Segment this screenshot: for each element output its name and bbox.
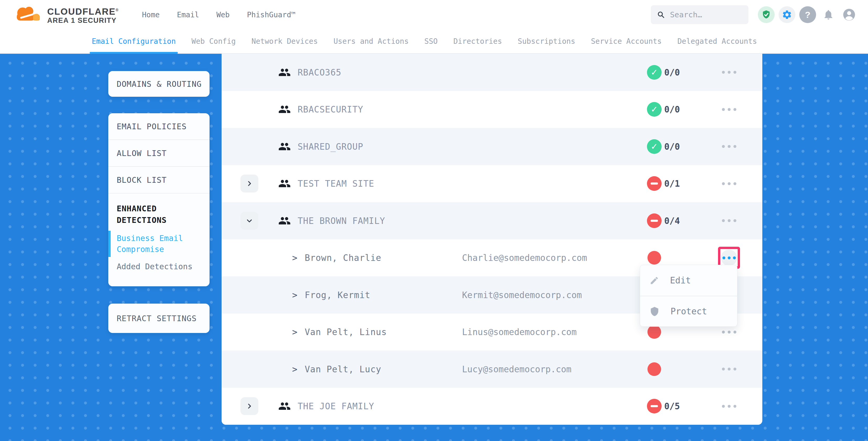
member-name: Van Pelt, Linus [305, 327, 387, 337]
shield-check-icon [761, 10, 771, 20]
shield-icon [650, 307, 659, 316]
table-row[interactable]: THE JOE FAMILY 0/5 [222, 388, 762, 425]
group-icon [278, 177, 291, 190]
sidebar-item-email-policies[interactable]: EMAIL POLICIES [108, 113, 210, 140]
member-name: Frog, Kermit [305, 290, 370, 300]
sidebar-item-enhanced-detections[interactable]: ENHANCED DETECTIONS [117, 203, 201, 226]
row-actions-button[interactable] [719, 67, 739, 77]
account-button[interactable] [841, 6, 858, 23]
group-name: SHARED_GROUP [298, 141, 363, 152]
status-dot-unprotected [647, 251, 661, 264]
table-row[interactable]: TEST TEAM SITE 0/1 [222, 165, 762, 202]
row-actions-button[interactable] [719, 104, 739, 115]
bell-icon [823, 9, 834, 21]
table-row[interactable]: RBACO365 ✓ 0/0 [222, 54, 762, 91]
group-name: THE BROWN FAMILY [298, 216, 385, 226]
menu-item-label: Edit [670, 275, 691, 286]
search-input[interactable] [670, 10, 742, 19]
row-actions-button[interactable] [719, 401, 739, 411]
protection-count: 0/1 [664, 179, 680, 189]
sidebar-label: RETRACT SETTINGS [117, 314, 197, 323]
tab-network-devices[interactable]: Network Devices [251, 29, 318, 53]
status-badge-unprotected [647, 213, 662, 228]
protection-count: 0/0 [664, 104, 680, 115]
status-badge-protected: ✓ [647, 139, 662, 154]
menu-item-edit[interactable]: Edit [640, 265, 737, 296]
expand-group-button[interactable] [241, 397, 258, 415]
sidebar-label: BLOCK LIST [117, 176, 167, 185]
sidebar-label: ALLOW LIST [117, 149, 167, 158]
pencil-icon [650, 276, 659, 285]
groups-table: RBACO365 ✓ 0/0 RBACSECURITY ✓ 0/0 SHARED… [222, 54, 762, 425]
sidebar-item-domains-routing[interactable]: DOMAINS & ROUTING [108, 71, 210, 97]
notifications-button[interactable] [820, 6, 837, 23]
group-name: TEST TEAM SITE [298, 179, 374, 189]
sidebar-label: DOMAINS & ROUTING [117, 80, 202, 89]
nav-item-web[interactable]: Web [216, 10, 230, 19]
expand-group-button[interactable] [241, 175, 258, 192]
ellipsis-icon [721, 250, 737, 266]
menu-item-label: Protect [671, 306, 707, 316]
sidebar-item-added-detections[interactable]: Added Detections [117, 261, 201, 272]
status-badge-unprotected [647, 176, 662, 191]
table-row[interactable]: SHARED_GROUP ✓ 0/0 [222, 128, 762, 165]
table-row[interactable]: THE BROWN FAMILY 0/4 [222, 202, 762, 240]
cloudflare-logo[interactable]: CLOUDFLARE® AREA 1 SECURITY [13, 4, 119, 25]
minus-icon [651, 183, 658, 185]
menu-item-protect[interactable]: Protect [640, 296, 737, 326]
tab-sso[interactable]: SSO [424, 29, 438, 53]
protection-count: 0/0 [664, 67, 680, 77]
member-email: Linus@somedemocorp.com [462, 327, 577, 337]
sidebar-label: EMAIL POLICIES [117, 122, 187, 131]
member-marker: > [292, 253, 298, 263]
row-actions-button[interactable] [719, 141, 739, 152]
search-box[interactable] [651, 5, 748, 24]
member-email: Charlie@somedemocorp.com [462, 253, 587, 263]
tab-email-configuration[interactable]: Email Configuration [92, 29, 176, 53]
tab-subscriptions[interactable]: Subscriptions [518, 29, 575, 53]
tab-directories[interactable]: Directories [454, 29, 502, 53]
member-marker: > [292, 327, 298, 337]
sidebar-item-retract-settings[interactable]: RETRACT SETTINGS [108, 304, 210, 333]
group-icon [278, 215, 291, 227]
context-menu: Edit Protect [640, 265, 737, 327]
user-avatar-icon [842, 8, 856, 22]
group-icon [278, 66, 291, 78]
sidebar-item-business-email-compromise[interactable]: Business Email Compromise [117, 233, 201, 255]
tab-service-accounts[interactable]: Service Accounts [591, 29, 662, 53]
row-actions-button[interactable] [719, 327, 739, 337]
minus-icon [651, 220, 658, 222]
group-name: RBACSECURITY [298, 104, 363, 115]
search-icon [657, 10, 665, 19]
row-actions-button[interactable] [719, 178, 739, 189]
table-row[interactable]: > Van Pelt, Lucy Lucy@somedemocorp.com [222, 351, 762, 388]
protection-status-icon[interactable] [758, 6, 775, 23]
group-name: THE JOE FAMILY [298, 401, 374, 411]
nav-item-home[interactable]: Home [142, 10, 159, 19]
row-actions-button[interactable] [719, 364, 739, 374]
status-badge-protected: ✓ [647, 102, 662, 117]
status-badge-protected: ✓ [647, 65, 662, 80]
tab-users-and-actions[interactable]: Users and Actions [334, 29, 409, 53]
nav-item-email[interactable]: Email [177, 10, 199, 19]
protection-count: 0/4 [664, 216, 680, 226]
row-actions-button[interactable] [719, 216, 739, 226]
brand-registered-mark: ® [116, 8, 119, 12]
nav-item-phishguard[interactable]: PhishGuard™ [247, 10, 296, 19]
settings-button[interactable] [779, 6, 795, 23]
group-icon [278, 103, 291, 116]
status-dot-unprotected [647, 325, 661, 339]
main-canvas: DOMAINS & ROUTING EMAIL POLICIES ALLOW L… [0, 54, 868, 441]
tab-delegated-accounts[interactable]: Delegated Accounts [677, 29, 757, 53]
help-button[interactable]: ? [799, 6, 816, 23]
tab-web-config[interactable]: Web Config [191, 29, 236, 53]
status-badge-unprotected [647, 399, 662, 413]
sidebar-item-allow-list[interactable]: ALLOW LIST [108, 140, 210, 167]
member-email: Lucy@somedemocorp.com [462, 364, 571, 374]
brand-subtitle: AREA 1 SECURITY [47, 17, 119, 24]
collapse-group-button[interactable] [241, 212, 258, 230]
sidebar-policies-card: EMAIL POLICIES ALLOW LIST BLOCK LIST ENH… [108, 113, 210, 286]
protection-count: 0/5 [664, 401, 680, 411]
sidebar-item-block-list[interactable]: BLOCK LIST [108, 167, 210, 193]
table-row[interactable]: RBACSECURITY ✓ 0/0 [222, 91, 762, 128]
